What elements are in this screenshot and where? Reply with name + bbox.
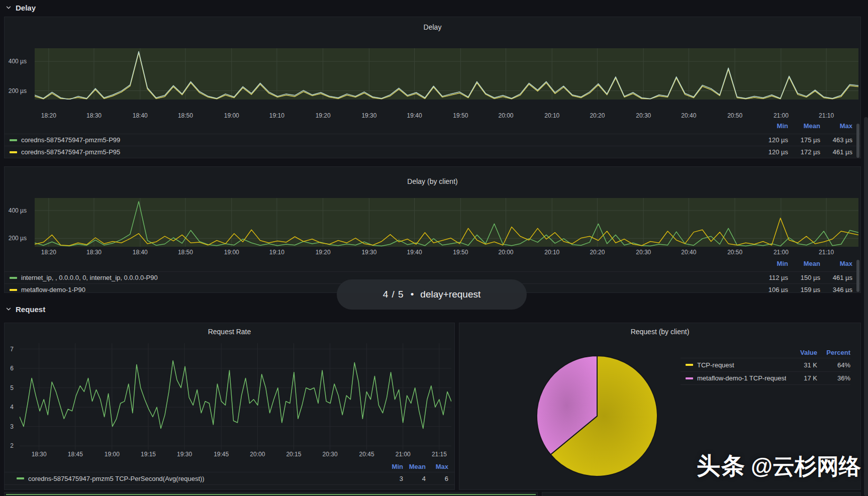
request-rate-chart[interactable] [20,343,451,450]
stat-min: 112 µs [756,274,788,281]
panel-title[interactable]: Delay [5,23,860,31]
stat-mean: 4 [403,475,426,482]
legend-stat-headers: Value Percent [681,347,850,358]
stat-header-mean[interactable]: Mean [403,463,426,470]
stat-header-min[interactable]: Min [756,260,788,267]
stat-mean: 159 µs [788,286,820,293]
x-tick-label: 18:30 [86,249,102,256]
row-header-delay[interactable]: Delay [5,1,36,14]
delay-by-client-chart[interactable] [35,198,858,247]
series-label[interactable]: TCP-request [697,361,734,369]
delay-by-client-chart-plot[interactable] [35,198,858,247]
x-tick-label: 19:20 [316,249,331,256]
x-tick-label: 21:00 [396,451,411,458]
delay-by-client-x-axis: 18:2018:3018:4018:5019:0019:1019:2019:30… [35,249,858,257]
x-tick-label: 20:30 [323,451,338,458]
stat-min: 120 µs [756,136,788,144]
series-label[interactable]: coredns-5875475947-pmzm5-P99 [21,136,120,144]
stat-header-max[interactable]: Max [820,260,852,267]
panel-title[interactable]: Request Rate [5,328,454,336]
series-label[interactable]: metaflow-demo-1 TCP-request [697,374,786,382]
stat-header-max[interactable]: Max [820,122,852,130]
x-tick-label: 21:15 [432,451,447,458]
series-color-swatch[interactable] [17,477,24,479]
watermark-brand: 头条 [697,452,746,479]
x-tick-label: 19:00 [224,249,239,256]
grafana-dashboard: Delay Delay 400 µs200 µs 18:2018:3018:40… [0,0,868,496]
delay-chart[interactable] [35,48,858,100]
bullet-separator: • [411,289,414,300]
request-rate-y-axis: 765432 [5,343,18,450]
watermark-handle: @云杉网络 [751,454,861,478]
stat-header-value[interactable]: Value [786,349,817,356]
x-tick-label: 21:00 [774,249,789,256]
request-rate-legend: Min Mean Max coredns-5875475947-pmzm5 TC… [5,461,454,485]
stat-header-min[interactable]: Min [380,463,403,470]
series-color-swatch[interactable] [10,139,17,141]
chevron-down-icon [5,4,12,11]
next-row-panel-edge [542,492,861,496]
legend-scrollbar[interactable] [856,124,859,158]
x-tick-label: 19:40 [407,249,422,256]
x-tick-label: 20:30 [636,249,651,256]
stat-percent: 36% [817,374,850,382]
x-tick-label: 19:40 [407,112,422,119]
stat-header-mean[interactable]: Mean [788,260,820,267]
x-tick-label: 20:20 [590,112,605,119]
legend-row: coredns-5875475947-pmzm5-P99 120 µs 175 … [5,134,860,146]
x-tick-label: 20:50 [727,112,742,119]
stat-header-min[interactable]: Min [756,122,788,130]
x-tick-label: 20:20 [590,249,605,256]
legend-row: coredns-5875475947-pmzm5-P95 120 µs 172 … [5,146,860,158]
stat-min: 3 [380,475,403,482]
series-color-swatch[interactable] [686,377,693,379]
x-tick-label: 19:15 [141,451,156,458]
watermark: 头条@云杉网络 [697,450,861,482]
x-tick-label: 20:00 [498,249,513,256]
series-label[interactable]: coredns-5875475947-pmzm5-P95 [21,148,120,156]
delay-y-axis: 400 µs200 µs [5,48,31,100]
delay-legend: Min Mean Max coredns-5875475947-pmzm5-P9… [5,120,860,158]
x-tick-label: 20:10 [544,249,559,256]
series-color-swatch[interactable] [10,277,17,279]
stat-max: 461 µs [820,274,852,281]
panel-title[interactable]: Request (by client) [459,328,860,336]
y-tick-label: 7 [10,346,14,353]
legend-stat-headers: Min Mean Max [5,461,454,472]
series-label[interactable]: internet_ip, , 0.0.0.0, 0, internet_ip, … [21,274,158,281]
series-color-swatch[interactable] [10,289,17,291]
series-color-swatch[interactable] [686,364,693,366]
stat-mean: 175 µs [788,136,820,144]
panel-title[interactable]: Delay (by client) [5,177,860,185]
stat-max: 6 [426,475,448,482]
row-header-request[interactable]: Request [5,303,45,316]
legend-scrollbar[interactable] [856,260,859,292]
x-tick-label: 19:30 [177,451,192,458]
x-tick-label: 19:50 [453,112,468,119]
panel-request-rate: Request Rate 765432 18:3018:4519:0019:15… [4,323,455,490]
legend-row: metaflow-demo-1 TCP-request 17 K 36% [681,371,850,385]
y-tick-label: 5 [10,384,14,391]
stat-mean: 172 µs [788,148,820,156]
y-tick-label: 200 µs [9,87,27,94]
y-tick-label: 400 µs [9,207,27,214]
delay-by-client-y-axis: 400 µs200 µs [5,198,31,247]
series-label[interactable]: metaflow-demo-1-P90 [21,286,85,293]
x-tick-label: 20:50 [727,249,742,256]
stat-max: 463 µs [820,136,852,144]
page-scrollbar[interactable] [864,117,868,496]
playlist-position: 4 / 5 [383,289,404,300]
stat-header-mean[interactable]: Mean [788,122,820,130]
request-pie-chart[interactable] [532,351,662,481]
stat-header-max[interactable]: Max [426,463,448,470]
delay-chart-plot[interactable] [35,48,858,100]
y-tick-label: 400 µs [9,58,27,65]
request-rate-chart-plot[interactable] [20,343,451,450]
request-pie-plot[interactable] [532,351,662,481]
legend-row: coredns-5875475947-pmzm5 TCP-PerSecond(A… [5,472,454,485]
series-label[interactable]: coredns-5875475947-pmzm5 TCP-PerSecond(A… [28,475,205,482]
chevron-down-icon [5,306,12,313]
x-tick-label: 19:50 [453,249,468,256]
series-color-swatch[interactable] [10,151,17,153]
stat-header-percent[interactable]: Percent [817,349,850,356]
